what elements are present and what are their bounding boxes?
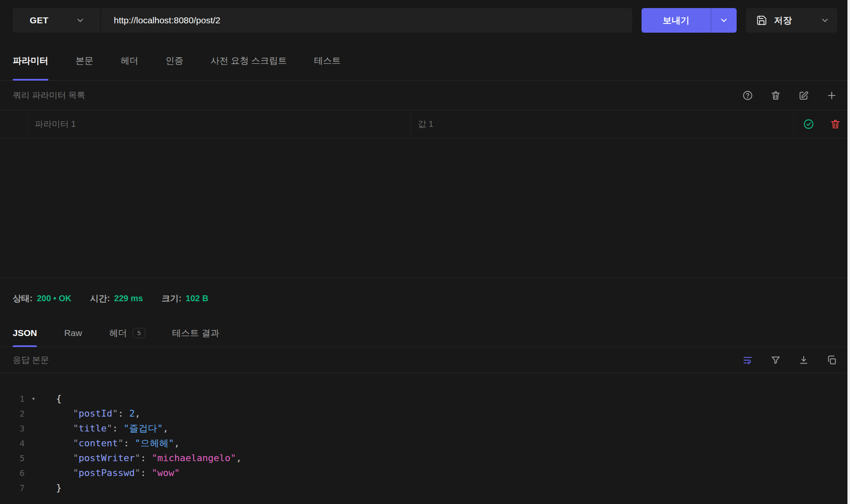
response-body-toolbar xyxy=(742,355,837,366)
wrap-lines-icon xyxy=(742,355,753,366)
chevron-down-icon xyxy=(76,16,85,25)
copy-icon xyxy=(826,355,837,366)
param-drag-handle[interactable] xyxy=(0,110,28,138)
status-label: 상태: xyxy=(13,293,33,304)
tab-raw[interactable]: Raw xyxy=(64,319,82,347)
url-group: GET xyxy=(13,8,632,33)
code-text: "postPasswd": "wow" xyxy=(56,468,180,478)
code-line: 5 "postWriter": "michaelangelo", xyxy=(0,451,850,465)
fold-toggle-icon[interactable]: ▾ xyxy=(31,395,39,403)
download-icon xyxy=(798,355,809,366)
response-body-header: 응답 본문 xyxy=(0,347,850,373)
line-gutter: 5 xyxy=(0,453,56,463)
code-line: 7} xyxy=(0,480,850,495)
trash-icon xyxy=(770,90,781,101)
api-client-window: GET 보내기 저장 xyxy=(0,0,850,504)
line-number: 3 xyxy=(20,423,25,434)
code-text: "content": "으헤헤", xyxy=(56,437,180,450)
wrap-lines-button[interactable] xyxy=(742,355,753,366)
response-size: 크기: 102 B xyxy=(162,293,208,304)
line-gutter: 6 xyxy=(0,468,56,478)
response-body-title: 응답 본문 xyxy=(13,354,49,366)
size-value: 102 B xyxy=(186,294,208,303)
save-button[interactable]: 저장 xyxy=(746,8,813,33)
tab-headers[interactable]: 헤더 xyxy=(121,41,138,80)
tab-tests[interactable]: 테스트 xyxy=(314,41,341,80)
tab-authorization[interactable]: 인증 xyxy=(166,41,183,80)
save-options-button[interactable] xyxy=(813,8,837,33)
query-params-title: 쿼리 파라미터 목록 xyxy=(13,90,85,101)
save-icon xyxy=(756,15,767,26)
line-gutter: 7 xyxy=(0,483,56,493)
method-label: GET xyxy=(30,15,48,25)
response-time: 시간: 229 ms xyxy=(90,293,143,304)
tab-pre-request-script[interactable]: 사전 요청 스크립트 xyxy=(211,41,287,80)
line-number: 5 xyxy=(20,453,25,463)
param-active-toggle[interactable] xyxy=(803,118,814,130)
clear-all-button[interactable] xyxy=(770,90,781,101)
response-tabs: JSON Raw 헤더 5 테스트 결과 xyxy=(0,319,850,347)
tab-test-results[interactable]: 테스트 결과 xyxy=(172,319,220,347)
code-line: 6 "postPasswd": "wow" xyxy=(0,465,850,480)
code-text: } xyxy=(56,482,62,493)
code-text: "title": "즐겁다", xyxy=(56,422,169,435)
code-text: { xyxy=(56,393,62,404)
code-text: "postWriter": "michaelangelo", xyxy=(56,453,242,463)
headers-count-badge: 5 xyxy=(133,328,145,338)
send-button-group: 보내기 xyxy=(642,8,737,33)
status-value: 200 • OK xyxy=(37,294,71,303)
tab-json[interactable]: JSON xyxy=(13,319,37,347)
line-gutter: 3 xyxy=(0,423,56,434)
code-line: 2 "postId": 2, xyxy=(0,406,850,421)
send-options-button[interactable] xyxy=(711,8,737,33)
time-value: 229 ms xyxy=(114,294,143,303)
save-label: 저장 xyxy=(774,14,792,26)
code-line: 4 "content": "으헤헤", xyxy=(0,436,850,451)
bulk-edit-button[interactable] xyxy=(798,90,809,101)
params-empty-area xyxy=(0,138,850,277)
line-gutter: 4 xyxy=(0,438,56,448)
size-label: 크기: xyxy=(162,293,182,304)
code-text: "postId": 2, xyxy=(56,408,141,419)
line-number: 1 xyxy=(20,394,25,404)
help-button[interactable] xyxy=(742,90,753,101)
request-tabs: 파라미터 본문 헤더 인증 사전 요청 스크립트 테스트 xyxy=(0,41,850,81)
filter-button[interactable] xyxy=(770,355,781,366)
copy-button[interactable] xyxy=(826,355,837,366)
tab-body[interactable]: 본문 xyxy=(76,41,93,80)
param-row-actions xyxy=(794,110,850,138)
response-meta: 상태: 200 • OK 시간: 229 ms 크기: 102 B xyxy=(0,277,850,319)
add-param-button[interactable] xyxy=(826,90,837,101)
download-button[interactable] xyxy=(798,355,809,366)
request-bar: GET 보내기 저장 xyxy=(0,0,850,41)
param-value-cell xyxy=(411,110,794,138)
save-button-group: 저장 xyxy=(746,8,837,33)
time-label: 시간: xyxy=(90,293,110,304)
query-params-toolbar xyxy=(742,90,837,101)
param-key-cell xyxy=(28,110,411,138)
method-select[interactable]: GET xyxy=(13,8,101,33)
code-editor: 1▾{2 "postId": 2,3 "title": "즐겁다",4 "con… xyxy=(0,373,850,504)
param-value-input[interactable] xyxy=(418,119,787,129)
tab-parameters[interactable]: 파라미터 xyxy=(13,41,48,80)
param-delete-button[interactable] xyxy=(830,118,841,130)
chevron-down-icon xyxy=(719,16,729,25)
line-number: 7 xyxy=(20,483,25,493)
line-number: 4 xyxy=(20,438,25,448)
response-headers-label: 헤더 xyxy=(109,327,127,339)
param-key-input[interactable] xyxy=(35,119,404,129)
check-circle-icon xyxy=(803,118,814,130)
response-status: 상태: 200 • OK xyxy=(13,293,71,304)
page-scrollbar[interactable] xyxy=(847,0,850,504)
line-gutter: 2 xyxy=(0,409,56,419)
tab-response-headers[interactable]: 헤더 5 xyxy=(109,319,145,347)
url-input[interactable] xyxy=(101,8,632,33)
line-gutter: 1▾ xyxy=(0,394,56,404)
edit-icon xyxy=(798,90,809,101)
trash-icon xyxy=(830,118,841,130)
help-icon xyxy=(742,90,753,101)
send-button[interactable]: 보내기 xyxy=(642,8,711,33)
param-row xyxy=(0,110,850,138)
line-number: 2 xyxy=(20,409,25,419)
code-line: 1▾{ xyxy=(0,391,850,406)
